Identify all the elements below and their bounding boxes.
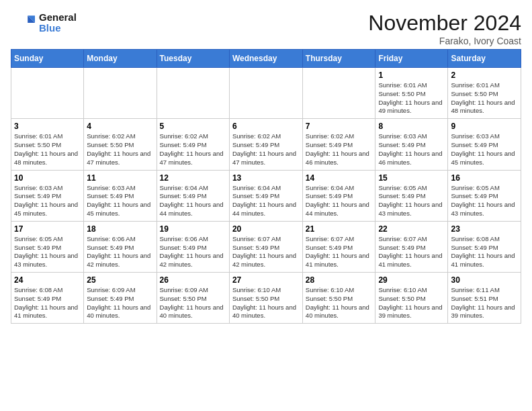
day-number: 6 bbox=[232, 122, 300, 131]
title-area: November 2024 Farako, Ivory Coast bbox=[368, 11, 521, 46]
day-number: 4 bbox=[87, 122, 153, 131]
day-number: 11 bbox=[87, 173, 153, 183]
calendar-cell: 27Sunrise: 6:10 AMSunset: 5:50 PMDayligh… bbox=[229, 273, 302, 324]
calendar-cell: 19Sunrise: 6:06 AMSunset: 5:49 PMDayligh… bbox=[157, 221, 229, 272]
day-info: Sunrise: 6:04 AMSunset: 5:49 PMDaylight:… bbox=[160, 184, 226, 218]
day-info: Sunrise: 6:06 AMSunset: 5:49 PMDaylight:… bbox=[87, 235, 153, 269]
calendar-cell: 22Sunrise: 6:07 AMSunset: 5:49 PMDayligh… bbox=[375, 221, 448, 272]
day-info: Sunrise: 6:10 AMSunset: 5:50 PMDaylight:… bbox=[232, 286, 300, 320]
calendar-cell: 21Sunrise: 6:07 AMSunset: 5:49 PMDayligh… bbox=[302, 221, 375, 272]
day-info: Sunrise: 6:01 AMSunset: 5:50 PMDaylight:… bbox=[451, 81, 518, 116]
calendar-week-row: 3Sunrise: 6:01 AMSunset: 5:50 PMDaylight… bbox=[11, 119, 521, 170]
calendar-cell: 26Sunrise: 6:09 AMSunset: 5:50 PMDayligh… bbox=[157, 273, 229, 324]
calendar-cell: 5Sunrise: 6:02 AMSunset: 5:49 PMDaylight… bbox=[157, 119, 229, 170]
day-number: 7 bbox=[306, 122, 373, 131]
day-info: Sunrise: 6:09 AMSunset: 5:49 PMDaylight:… bbox=[87, 286, 153, 320]
day-info: Sunrise: 6:07 AMSunset: 5:49 PMDaylight:… bbox=[378, 235, 445, 269]
day-number: 9 bbox=[451, 122, 518, 131]
day-info: Sunrise: 6:01 AMSunset: 5:50 PMDaylight:… bbox=[14, 132, 81, 167]
day-info: Sunrise: 6:07 AMSunset: 5:49 PMDaylight:… bbox=[306, 235, 373, 269]
day-info: Sunrise: 6:05 AMSunset: 5:49 PMDaylight:… bbox=[14, 235, 81, 269]
calendar-cell bbox=[302, 68, 375, 119]
day-number: 10 bbox=[14, 173, 81, 183]
day-info: Sunrise: 6:11 AMSunset: 5:51 PMDaylight:… bbox=[451, 286, 518, 320]
day-number: 5 bbox=[160, 122, 226, 131]
calendar-cell bbox=[229, 68, 302, 119]
day-info: Sunrise: 6:04 AMSunset: 5:49 PMDaylight:… bbox=[306, 184, 373, 218]
calendar-cell: 10Sunrise: 6:03 AMSunset: 5:49 PMDayligh… bbox=[11, 170, 84, 221]
col-header-wednesday: Wednesday bbox=[229, 50, 302, 68]
day-number: 21 bbox=[306, 224, 373, 234]
calendar-cell: 18Sunrise: 6:06 AMSunset: 5:49 PMDayligh… bbox=[84, 221, 157, 272]
calendar-cell: 9Sunrise: 6:03 AMSunset: 5:49 PMDaylight… bbox=[448, 119, 521, 170]
calendar-cell: 2Sunrise: 6:01 AMSunset: 5:50 PMDaylight… bbox=[448, 68, 521, 119]
day-number: 24 bbox=[14, 275, 81, 285]
calendar-cell: 13Sunrise: 6:04 AMSunset: 5:49 PMDayligh… bbox=[229, 170, 302, 221]
logo-icon bbox=[11, 11, 35, 35]
day-number: 3 bbox=[14, 122, 81, 131]
calendar-cell: 15Sunrise: 6:05 AMSunset: 5:49 PMDayligh… bbox=[375, 170, 448, 221]
calendar-cell bbox=[11, 68, 84, 119]
calendar-cell: 29Sunrise: 6:10 AMSunset: 5:50 PMDayligh… bbox=[375, 273, 448, 324]
calendar-cell: 7Sunrise: 6:02 AMSunset: 5:49 PMDaylight… bbox=[302, 119, 375, 170]
calendar-cell: 12Sunrise: 6:04 AMSunset: 5:49 PMDayligh… bbox=[157, 170, 229, 221]
day-info: Sunrise: 6:10 AMSunset: 5:50 PMDaylight:… bbox=[378, 286, 445, 320]
day-number: 12 bbox=[160, 173, 226, 183]
calendar-cell: 8Sunrise: 6:03 AMSunset: 5:49 PMDaylight… bbox=[375, 119, 448, 170]
day-number: 17 bbox=[14, 224, 81, 234]
col-header-saturday: Saturday bbox=[448, 50, 521, 68]
day-info: Sunrise: 6:02 AMSunset: 5:50 PMDaylight:… bbox=[87, 132, 153, 167]
day-info: Sunrise: 6:03 AMSunset: 5:49 PMDaylight:… bbox=[87, 184, 153, 218]
day-number: 22 bbox=[378, 224, 445, 234]
calendar-cell: 20Sunrise: 6:07 AMSunset: 5:49 PMDayligh… bbox=[229, 221, 302, 272]
day-info: Sunrise: 6:06 AMSunset: 5:49 PMDaylight:… bbox=[160, 235, 226, 269]
day-number: 1 bbox=[378, 71, 445, 80]
location: Farako, Ivory Coast bbox=[368, 36, 521, 46]
col-header-sunday: Sunday bbox=[11, 50, 84, 68]
day-info: Sunrise: 6:08 AMSunset: 5:49 PMDaylight:… bbox=[14, 286, 81, 320]
day-info: Sunrise: 6:02 AMSunset: 5:49 PMDaylight:… bbox=[232, 132, 300, 167]
day-info: Sunrise: 6:05 AMSunset: 5:49 PMDaylight:… bbox=[451, 184, 518, 218]
calendar-cell: 11Sunrise: 6:03 AMSunset: 5:49 PMDayligh… bbox=[84, 170, 157, 221]
day-info: Sunrise: 6:09 AMSunset: 5:50 PMDaylight:… bbox=[160, 286, 226, 320]
calendar: SundayMondayTuesdayWednesdayThursdayFrid… bbox=[11, 49, 521, 324]
day-info: Sunrise: 6:02 AMSunset: 5:49 PMDaylight:… bbox=[306, 132, 373, 167]
calendar-cell: 6Sunrise: 6:02 AMSunset: 5:49 PMDaylight… bbox=[229, 119, 302, 170]
day-number: 19 bbox=[160, 224, 226, 234]
col-header-monday: Monday bbox=[84, 50, 157, 68]
day-number: 20 bbox=[232, 224, 300, 234]
col-header-tuesday: Tuesday bbox=[157, 50, 229, 68]
calendar-cell: 23Sunrise: 6:08 AMSunset: 5:49 PMDayligh… bbox=[448, 221, 521, 272]
calendar-week-row: 24Sunrise: 6:08 AMSunset: 5:49 PMDayligh… bbox=[11, 273, 521, 324]
calendar-cell: 25Sunrise: 6:09 AMSunset: 5:49 PMDayligh… bbox=[84, 273, 157, 324]
day-number: 2 bbox=[451, 71, 518, 80]
calendar-week-row: 10Sunrise: 6:03 AMSunset: 5:49 PMDayligh… bbox=[11, 170, 521, 221]
calendar-cell: 28Sunrise: 6:10 AMSunset: 5:50 PMDayligh… bbox=[302, 273, 375, 324]
logo-text: General Blue bbox=[39, 12, 77, 34]
calendar-cell: 4Sunrise: 6:02 AMSunset: 5:50 PMDaylight… bbox=[84, 119, 157, 170]
header: General Blue November 2024 Farako, Ivory… bbox=[11, 11, 521, 46]
logo: General Blue bbox=[11, 11, 77, 35]
month-title: November 2024 bbox=[368, 11, 521, 36]
day-info: Sunrise: 6:04 AMSunset: 5:49 PMDaylight:… bbox=[232, 184, 300, 218]
calendar-cell: 17Sunrise: 6:05 AMSunset: 5:49 PMDayligh… bbox=[11, 221, 84, 272]
day-number: 8 bbox=[378, 122, 445, 131]
day-info: Sunrise: 6:10 AMSunset: 5:50 PMDaylight:… bbox=[306, 286, 373, 320]
day-info: Sunrise: 6:03 AMSunset: 5:49 PMDaylight:… bbox=[378, 132, 445, 167]
calendar-cell: 30Sunrise: 6:11 AMSunset: 5:51 PMDayligh… bbox=[448, 273, 521, 324]
calendar-cell bbox=[84, 68, 157, 119]
day-number: 28 bbox=[306, 275, 373, 285]
day-info: Sunrise: 6:08 AMSunset: 5:49 PMDaylight:… bbox=[451, 235, 518, 269]
col-header-friday: Friday bbox=[375, 50, 448, 68]
calendar-cell: 3Sunrise: 6:01 AMSunset: 5:50 PMDaylight… bbox=[11, 119, 84, 170]
day-number: 27 bbox=[232, 275, 300, 285]
calendar-cell: 16Sunrise: 6:05 AMSunset: 5:49 PMDayligh… bbox=[448, 170, 521, 221]
calendar-header-row: SundayMondayTuesdayWednesdayThursdayFrid… bbox=[11, 50, 521, 68]
col-header-thursday: Thursday bbox=[302, 50, 375, 68]
day-number: 26 bbox=[160, 275, 226, 285]
day-number: 18 bbox=[87, 224, 153, 234]
day-info: Sunrise: 6:05 AMSunset: 5:49 PMDaylight:… bbox=[378, 184, 445, 218]
day-number: 29 bbox=[378, 275, 445, 285]
calendar-week-row: 1Sunrise: 6:01 AMSunset: 5:50 PMDaylight… bbox=[11, 68, 521, 119]
day-number: 25 bbox=[87, 275, 153, 285]
